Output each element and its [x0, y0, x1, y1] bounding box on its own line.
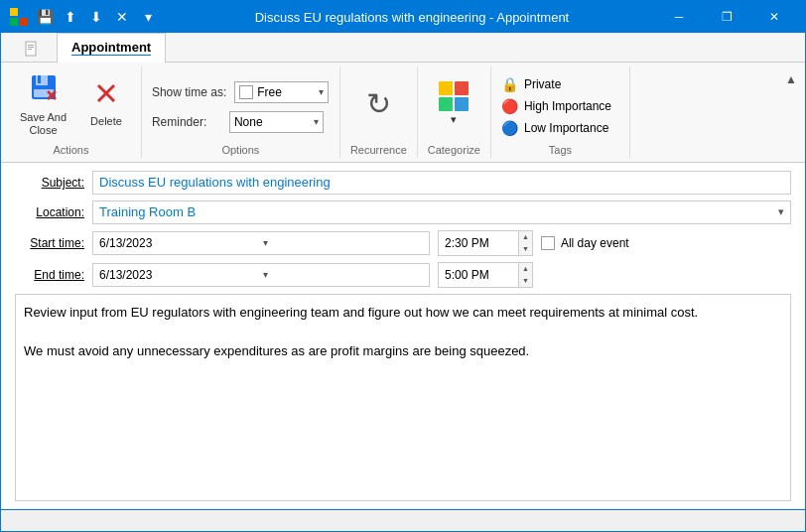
options-group-label: Options — [152, 142, 330, 158]
collapse-ribbon-button[interactable]: ▲ — [785, 72, 797, 86]
categorize-group-label: Categorize — [428, 142, 480, 158]
recurrence-icon[interactable]: ↻ — [366, 86, 391, 121]
location-label: Location: — [15, 205, 84, 219]
window-controls: ─ ❐ ✕ — [656, 1, 797, 33]
title-bar: 💾 ⬆ ⬇ ✕ ▾ Discuss EU regulations with en… — [1, 1, 805, 33]
recurrence-group-label: Recurrence — [350, 142, 407, 158]
close-button[interactable]: ✕ — [751, 1, 797, 33]
end-time-down[interactable]: ▼ — [519, 275, 532, 287]
svg-rect-0 — [10, 8, 18, 16]
reminder-value: None — [234, 115, 263, 129]
end-date-value: 6/13/2023 — [99, 268, 259, 282]
reminder-row: Reminder: None ▾ — [152, 111, 324, 133]
svg-rect-3 — [20, 18, 28, 26]
high-importance-icon: 🔴 — [501, 98, 518, 114]
categorize-content[interactable]: ▾ — [439, 66, 469, 142]
body-area[interactable]: Review input from EU regulators with eng… — [15, 294, 791, 501]
show-time-checkbox — [239, 85, 253, 99]
upload-titlebar-icon[interactable]: ⬆ — [61, 7, 80, 27]
end-date-select[interactable]: 6/13/2023 ▾ — [92, 263, 430, 287]
app-icon — [9, 7, 29, 27]
save-titlebar-icon[interactable]: 💾 — [35, 7, 55, 27]
reminder-arrow: ▾ — [314, 116, 319, 127]
save-close-button[interactable]: Save And Close — [11, 66, 75, 142]
low-importance-tag[interactable]: 🔵 Low Importance — [501, 119, 608, 137]
show-time-label: Show time as: — [152, 85, 226, 99]
save-close-icon — [28, 71, 60, 107]
end-time-value: 5:00 PM — [445, 268, 512, 282]
reminder-select[interactable]: None ▾ — [229, 111, 324, 133]
close-titlebar-icon[interactable]: ✕ — [112, 7, 132, 27]
location-row: Location: ▾ — [15, 200, 791, 224]
start-time-select-wrap: 2:30 PM ▲ ▼ — [438, 230, 533, 256]
actions-group-label: Actions — [11, 142, 131, 158]
subject-label: Subject: — [15, 176, 84, 190]
subject-row: Subject: — [15, 171, 791, 195]
more-titlebar-icon[interactable]: ▾ — [138, 7, 158, 27]
ribbon-group-options: Show time as: Free ▾ Reminder: None ▾ Op… — [142, 66, 340, 158]
lock-icon: 🔒 — [501, 76, 518, 92]
svg-rect-10 — [38, 75, 41, 83]
end-time-select[interactable]: 5:00 PM — [439, 263, 518, 287]
location-input-wrap: ▾ — [92, 200, 791, 224]
options-content: Show time as: Free ▾ Reminder: None ▾ — [152, 66, 330, 142]
end-time-row: End time: 6/13/2023 ▾ 5:00 PM ▲ ▼ — [15, 262, 791, 288]
tab-file[interactable] — [9, 33, 57, 63]
ribbon-group-actions: Save And Close Delete Actions — [1, 66, 142, 158]
start-time-up[interactable]: ▲ — [519, 231, 532, 243]
appointment-window: 💾 ⬆ ⬇ ✕ ▾ Discuss EU regulations with en… — [0, 0, 806, 532]
delete-icon — [92, 79, 120, 111]
start-time-down[interactable]: ▼ — [519, 243, 532, 255]
high-importance-tag[interactable]: 🔴 High Importance — [501, 97, 611, 115]
minimize-button[interactable]: ─ — [656, 1, 702, 33]
title-bar-left-icons: 💾 ⬆ ⬇ ✕ ▾ — [9, 7, 158, 27]
svg-rect-1 — [20, 8, 28, 16]
svg-rect-9 — [36, 75, 48, 85]
form-area: Subject: Location: ▾ Start time: 6/13/20… — [1, 163, 805, 509]
window-title: Discuss EU regulations with engineering … — [168, 10, 656, 25]
subject-input[interactable] — [92, 171, 791, 195]
low-importance-icon: 🔵 — [501, 120, 518, 136]
cat-blue — [455, 97, 469, 111]
tags-group-label: Tags — [501, 142, 619, 158]
delete-label: Delete — [90, 115, 122, 128]
cat-yellow — [439, 81, 453, 95]
svg-rect-2 — [10, 18, 18, 26]
reminder-label: Reminder: — [152, 115, 221, 129]
ribbon-group-categorize: ▾ Categorize — [418, 66, 491, 158]
end-time-spinner: ▲ ▼ — [518, 263, 532, 287]
start-time-label: Start time: — [15, 236, 84, 250]
all-day-checkbox[interactable] — [541, 236, 555, 250]
start-date-value: 6/13/2023 — [99, 236, 259, 250]
location-dropdown-arrow[interactable]: ▾ — [772, 205, 790, 218]
show-time-select[interactable]: Free ▾ — [234, 81, 329, 103]
start-time-value: 2:30 PM — [445, 236, 512, 250]
ribbon-content: Save And Close Delete Actions — [1, 63, 805, 163]
show-time-value: Free — [257, 85, 282, 99]
start-time-spinner: ▲ ▼ — [518, 231, 532, 255]
start-date-select[interactable]: 6/13/2023 ▾ — [92, 231, 430, 255]
location-input[interactable] — [93, 201, 772, 222]
end-time-label: End time: — [15, 268, 84, 282]
categorize-dropdown[interactable]: ▾ — [451, 113, 457, 126]
ribbon-collapse-area: ▲ — [777, 66, 805, 158]
ribbon-tab-bar: Appointment — [1, 33, 805, 63]
show-time-row: Show time as: Free ▾ — [152, 81, 329, 103]
private-tag[interactable]: 🔒 Private — [501, 75, 561, 93]
delete-button[interactable]: Delete — [81, 74, 131, 133]
ribbon-group-recurrence: ↻ Recurrence — [340, 66, 418, 158]
cat-green — [439, 97, 453, 111]
svg-rect-7 — [28, 49, 32, 50]
tags-content: 🔒 Private 🔴 High Importance 🔵 Low Import… — [501, 66, 619, 142]
categorize-grid[interactable] — [439, 81, 469, 111]
restore-button[interactable]: ❐ — [704, 1, 749, 33]
end-time-up[interactable]: ▲ — [519, 263, 532, 275]
end-time-select-wrap: 5:00 PM ▲ ▼ — [438, 262, 533, 288]
svg-rect-6 — [28, 47, 34, 48]
tab-appointment[interactable]: Appointment — [57, 33, 166, 63]
recurrence-content[interactable]: ↻ — [366, 66, 391, 142]
cat-red — [455, 81, 469, 95]
download-titlebar-icon[interactable]: ⬇ — [86, 7, 106, 27]
end-date-arrow: ▾ — [263, 269, 423, 280]
start-time-select[interactable]: 2:30 PM — [439, 231, 518, 255]
